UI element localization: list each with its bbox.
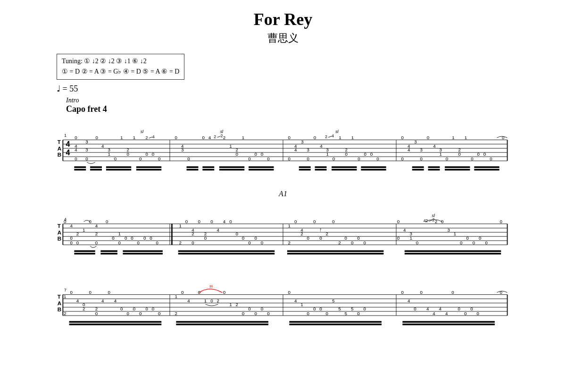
svg-text:0: 0 bbox=[210, 298, 213, 303]
svg-text:0: 0 bbox=[427, 135, 430, 140]
svg-rect-40 bbox=[361, 169, 386, 171]
svg-text:0: 0 bbox=[85, 156, 88, 161]
svg-text:1: 1 bbox=[64, 133, 67, 138]
svg-text:0: 0 bbox=[95, 240, 98, 245]
svg-text:1: 1 bbox=[351, 135, 354, 140]
svg-text:0: 0 bbox=[64, 219, 67, 224]
svg-text:0: 0 bbox=[314, 135, 316, 140]
svg-text:5: 5 bbox=[345, 311, 348, 316]
svg-text:4: 4 bbox=[408, 298, 410, 303]
svg-text:0: 0 bbox=[139, 156, 142, 161]
svg-text:0: 0 bbox=[500, 290, 503, 295]
svg-text:0: 0 bbox=[397, 219, 400, 224]
svg-text:4: 4 bbox=[95, 223, 98, 228]
svg-text:2: 2 bbox=[214, 134, 216, 139]
svg-text:2: 2 bbox=[95, 231, 98, 236]
svg-text:2: 2 bbox=[325, 134, 327, 139]
svg-text:4: 4 bbox=[187, 298, 190, 303]
svg-text:0: 0 bbox=[229, 219, 232, 224]
svg-rect-31 bbox=[249, 166, 274, 168]
svg-text:2: 2 bbox=[145, 135, 148, 140]
svg-rect-161 bbox=[178, 253, 275, 255]
tuning-box: Tuning: ① ↓2 ② ↓2 ③ ↓1 ⑥ ↓2 ① = D ② = A … bbox=[57, 54, 184, 80]
svg-text:0: 0 bbox=[187, 156, 190, 161]
svg-text:sl: sl bbox=[335, 129, 339, 134]
svg-text:0: 0 bbox=[150, 235, 152, 241]
svg-text:0: 0 bbox=[490, 156, 492, 161]
svg-text:4: 4 bbox=[152, 134, 155, 139]
svg-text:1: 1 bbox=[83, 227, 85, 232]
svg-rect-19 bbox=[90, 166, 102, 168]
svg-text:0: 0 bbox=[202, 135, 205, 140]
svg-rect-42 bbox=[412, 169, 424, 171]
svg-text:0: 0 bbox=[401, 135, 404, 140]
svg-text:0: 0 bbox=[267, 156, 270, 161]
svg-text:0: 0 bbox=[288, 135, 291, 140]
svg-text:0: 0 bbox=[143, 235, 146, 241]
svg-text:0: 0 bbox=[131, 235, 133, 241]
svg-rect-28 bbox=[202, 169, 214, 171]
svg-rect-41 bbox=[412, 166, 424, 168]
svg-text:2: 2 bbox=[64, 311, 66, 316]
svg-text:0: 0 bbox=[500, 219, 503, 224]
svg-text:0: 0 bbox=[89, 219, 92, 224]
svg-text:2: 2 bbox=[223, 135, 225, 140]
svg-text:0: 0 bbox=[326, 311, 329, 316]
svg-text:3: 3 bbox=[85, 139, 88, 144]
svg-text:4: 4 bbox=[433, 311, 435, 316]
svg-text:0: 0 bbox=[470, 306, 473, 311]
svg-text:0: 0 bbox=[471, 156, 474, 161]
svg-text:0: 0 bbox=[106, 219, 108, 224]
svg-text:2: 2 bbox=[432, 217, 434, 222]
svg-text:2: 2 bbox=[76, 231, 79, 236]
svg-text:0: 0 bbox=[502, 135, 505, 140]
capo-label: Capo fret 4 bbox=[66, 104, 538, 114]
svg-text:4: 4 bbox=[294, 147, 297, 152]
svg-text:2: 2 bbox=[288, 240, 291, 245]
svg-text:0: 0 bbox=[255, 311, 258, 316]
svg-text:0: 0 bbox=[175, 135, 178, 140]
svg-rect-30 bbox=[219, 169, 244, 171]
svg-text:0: 0 bbox=[137, 240, 140, 245]
svg-text:0: 0 bbox=[364, 240, 366, 245]
svg-rect-261 bbox=[289, 321, 382, 323]
svg-text:0: 0 bbox=[242, 235, 245, 241]
svg-text:4: 4 bbox=[439, 306, 442, 311]
svg-text:0: 0 bbox=[477, 151, 480, 157]
svg-text:3: 3 bbox=[85, 147, 88, 152]
svg-text:0: 0 bbox=[198, 219, 201, 224]
svg-text:0: 0 bbox=[145, 151, 148, 157]
svg-text:2: 2 bbox=[175, 311, 177, 316]
svg-text:0: 0 bbox=[357, 311, 360, 316]
section-a1: A1 bbox=[28, 190, 538, 198]
svg-rect-155 bbox=[74, 253, 95, 255]
svg-text:1: 1 bbox=[118, 231, 121, 236]
svg-line-72 bbox=[149, 137, 152, 138]
svg-text:↑: ↑ bbox=[319, 226, 322, 232]
svg-rect-32 bbox=[249, 169, 274, 171]
svg-text:0: 0 bbox=[210, 219, 213, 224]
svg-text:2: 2 bbox=[236, 302, 238, 307]
svg-rect-34 bbox=[299, 169, 311, 171]
svg-rect-262 bbox=[289, 324, 382, 325]
svg-text:0: 0 bbox=[145, 306, 148, 311]
tab-system-3: T A B 7 bbox=[57, 274, 509, 335]
svg-text:4: 4 bbox=[101, 298, 104, 303]
svg-text:3: 3 bbox=[181, 147, 183, 152]
svg-text:0: 0 bbox=[364, 151, 367, 157]
svg-rect-162 bbox=[287, 250, 383, 252]
svg-text:1: 1 bbox=[300, 302, 303, 307]
svg-text:0: 0 bbox=[357, 235, 360, 241]
svg-rect-37 bbox=[332, 166, 357, 168]
svg-rect-29 bbox=[219, 166, 244, 168]
svg-text:2: 2 bbox=[217, 298, 219, 303]
svg-text:0: 0 bbox=[158, 156, 161, 161]
tab-system-2: T A B 4 bbox=[57, 203, 509, 264]
svg-text:0: 0 bbox=[204, 235, 207, 241]
svg-text:0: 0 bbox=[191, 240, 194, 245]
svg-text:0: 0 bbox=[181, 290, 184, 295]
svg-text:1: 1 bbox=[204, 298, 207, 303]
svg-text:0: 0 bbox=[223, 290, 226, 295]
svg-text:A: A bbox=[58, 230, 62, 235]
svg-text:0: 0 bbox=[451, 290, 454, 295]
